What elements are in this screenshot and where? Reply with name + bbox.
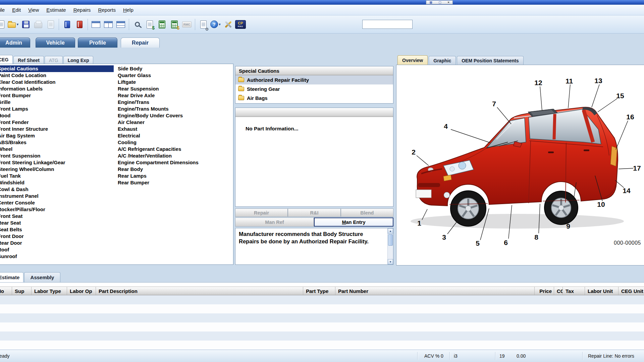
menu-item[interactable]: Repairs <box>70 5 95 15</box>
ceg-list-item[interactable]: Front Bumper <box>0 92 114 99</box>
main-tab[interactable]: Admin <box>0 38 30 48</box>
column-header-no[interactable]: No <box>0 287 12 295</box>
ceg-list-item[interactable]: Liftgate <box>116 79 232 85</box>
document-search-icon[interactable] <box>198 18 209 31</box>
column-header-part-type[interactable]: Part Type <box>303 287 335 295</box>
ceg-list-item[interactable]: Engine/Body Under Covers <box>116 112 232 119</box>
ceg-list-item[interactable]: Rear Suspension <box>116 85 232 92</box>
table-row[interactable] <box>0 295 644 304</box>
ceg-list-item[interactable]: Center Console <box>0 199 114 206</box>
ceg-list-item[interactable]: Quarter Glass <box>116 72 232 79</box>
toolbar-search-input[interactable] <box>362 20 413 29</box>
ceg-list-item[interactable]: Instrument Panel <box>0 193 114 199</box>
ceg-list-item[interactable]: Engine/Trans Mounts <box>116 106 232 112</box>
table-row[interactable] <box>0 313 644 322</box>
print-icon[interactable] <box>33 18 44 31</box>
ceg-list-item[interactable]: Cowl & Dash <box>0 186 114 193</box>
ceg-list-item[interactable]: Rear Drive Axle <box>116 92 232 99</box>
ceg-list-item[interactable]: Rear Bumper <box>116 179 232 186</box>
column-header-part-description[interactable]: Part Description <box>96 287 303 295</box>
ceg-list-item[interactable]: Side Body <box>116 65 232 72</box>
main-tab[interactable]: Repair <box>121 38 160 48</box>
ceg-list-item[interactable]: Paint Code Location <box>0 72 114 79</box>
table-row[interactable] <box>0 331 644 341</box>
left-subtab[interactable]: Ref Sheet <box>13 56 44 64</box>
left-subtab[interactable]: ATG <box>45 56 63 64</box>
column-header-part-number[interactable]: Part Number <box>335 287 535 295</box>
caution-item[interactable]: Air Bags <box>235 94 393 103</box>
ceg-list-item[interactable]: A/C /Heater/Ventilation <box>116 153 232 159</box>
column-header-labor-type[interactable]: Labor Type <box>32 287 67 295</box>
ceg-list-item[interactable]: Sunroof <box>0 253 114 260</box>
ceg-list-item[interactable]: Front Seat <box>0 213 114 220</box>
ceg-list-item[interactable]: Air Bag System <box>0 132 114 139</box>
ceg-list-item[interactable]: Fuel Tank <box>0 173 114 179</box>
ceg-list-item[interactable]: Rocker/Pillars/Floor <box>0 206 114 213</box>
ceg-list-item[interactable]: Special Cautions <box>0 65 114 72</box>
grid-icon[interactable]: ▦ <box>429 1 432 4</box>
column-header-labor-unit[interactable]: Labor Unit <box>585 287 619 295</box>
rmc-button[interactable]: RMC <box>181 18 193 31</box>
ceg-list-item[interactable]: ABS/Brakes <box>0 139 114 146</box>
search-vehicle-icon[interactable] <box>131 18 143 31</box>
table-row[interactable] <box>0 322 644 331</box>
window-controls[interactable]: ▦ ▢ × <box>426 0 453 4</box>
menu-item[interactable]: Estimate <box>43 5 69 15</box>
column-header-co[interactable]: CO <box>554 287 563 295</box>
save-icon[interactable] <box>20 18 32 31</box>
ceg-list-item[interactable]: Engine Compartment Dimensions <box>116 159 232 166</box>
scroll-down-icon[interactable]: ▼ <box>388 259 393 264</box>
ceg-list-item[interactable]: Grille <box>0 99 114 106</box>
ceg-list-item[interactable]: Rear Lamps <box>116 173 232 179</box>
ceg-list-item[interactable]: Windshield <box>0 179 114 186</box>
layout-vertical-split-icon[interactable] <box>103 18 114 31</box>
ceg-list-item[interactable]: Clear Coat Identification <box>0 79 114 85</box>
table-row[interactable] <box>0 341 644 350</box>
menu-item[interactable]: Help <box>119 5 137 15</box>
layout-single-icon[interactable] <box>90 18 102 31</box>
restore-icon[interactable]: ▢ <box>438 1 441 4</box>
estimate-dollar-icon[interactable]: $ <box>144 18 155 31</box>
ceg-list-item[interactable]: Front Steering Linkage/Gear <box>0 159 114 166</box>
calculator-dollar-icon[interactable]: $ <box>169 18 180 31</box>
ceg-list-item[interactable]: Engine/Trans <box>116 99 232 106</box>
ceg-list-item[interactable]: Roof <box>0 246 114 253</box>
main-tab[interactable]: Vehicle <box>36 38 75 48</box>
ceg-list-item[interactable]: Cooling <box>116 139 232 146</box>
menu-item[interactable]: File <box>0 5 8 15</box>
column-header-ceg-unit[interactable]: CEG Unit <box>619 287 644 295</box>
tools-icon[interactable] <box>222 18 234 31</box>
action-button[interactable]: R&I <box>288 208 340 217</box>
layout-horizontal-split-icon[interactable] <box>115 18 126 31</box>
calculator-icon[interactable] <box>156 18 168 31</box>
menu-item[interactable]: Edit <box>8 5 24 15</box>
ceg-list-item[interactable]: Steering Wheel/Column <box>0 166 114 173</box>
close-icon[interactable]: × <box>447 1 449 4</box>
ceg-list-item[interactable]: Rear Door <box>0 240 114 246</box>
ceg-list-item[interactable]: Rear Body <box>116 166 232 173</box>
ceg-list-item[interactable]: Front Door <box>0 233 114 240</box>
action-button[interactable]: Blend <box>341 208 393 217</box>
ceg-list-item[interactable]: Front Lamps <box>0 106 114 112</box>
ceg-list-item[interactable]: Front Inner Structure <box>0 126 114 132</box>
diagram-tab[interactable]: OEM Position Statements <box>457 56 523 65</box>
book-blue-icon[interactable] <box>61 18 73 31</box>
menu-item[interactable]: Reports <box>94 5 119 15</box>
table-row[interactable] <box>0 304 644 313</box>
column-header-labor-op[interactable]: Labor Op <box>67 287 96 295</box>
new-document-icon[interactable] <box>0 18 7 31</box>
action-button[interactable]: Repair <box>235 208 288 217</box>
ceg-list-item[interactable]: Hood <box>0 112 114 119</box>
ceg-list-item[interactable]: Seat Belts <box>0 226 114 233</box>
ceg-list-item[interactable]: Front Fender <box>0 119 114 126</box>
column-header-tax[interactable]: Tax <box>563 287 585 295</box>
column-header-sup[interactable]: Sup <box>12 287 32 295</box>
diagram-tab[interactable]: Graphic <box>429 56 456 65</box>
ceg-list-item[interactable]: Rear Seat <box>0 220 114 226</box>
ceg-list-item[interactable]: A/C Refrigerant Capacities <box>116 146 232 153</box>
estimate-tab[interactable]: Assembly <box>24 272 60 282</box>
main-tab[interactable]: Profile <box>78 38 117 48</box>
estimate-tab[interactable]: Estimate <box>0 272 23 282</box>
note-scrollbar[interactable]: ▲ ▼ <box>387 228 393 264</box>
ceg-list-item[interactable]: Wheel <box>0 146 114 153</box>
